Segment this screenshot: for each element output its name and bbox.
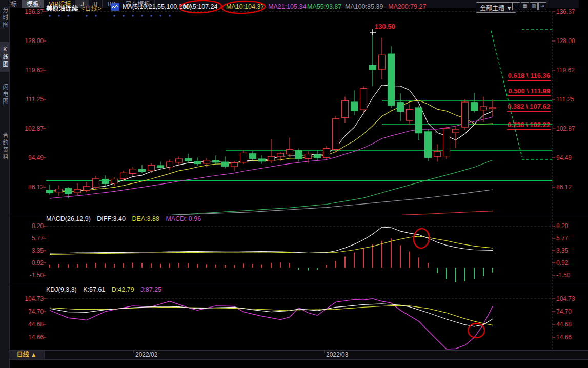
- chart-canvas[interactable]: [0, 0, 588, 368]
- trading-app: { "header": { "symbol": "美原油连续", "period…: [0, 0, 588, 368]
